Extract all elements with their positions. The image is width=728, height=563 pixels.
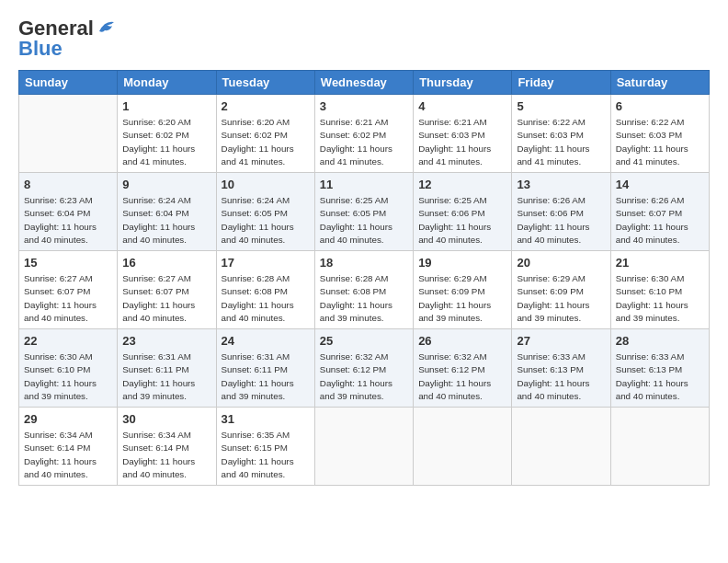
daylight-text: Daylight: 11 hours (320, 222, 392, 232)
col-thursday: Thursday (414, 71, 512, 95)
day-number: 14 (616, 177, 704, 193)
col-tuesday: Tuesday (216, 71, 314, 95)
day-number: 20 (517, 255, 605, 271)
daylight-text: Daylight: 11 hours (222, 378, 294, 388)
day-number: 24 (222, 333, 310, 350)
sunrise-text: Sunrise: 6:35 AM (222, 430, 290, 440)
calendar-cell (314, 408, 413, 486)
calendar-cell: 1Sunrise: 6:20 AMSunset: 6:02 PMDaylight… (118, 95, 216, 173)
daylight-minutes-text: and 39 minutes. (222, 391, 286, 401)
day-number: 22 (24, 333, 112, 350)
day-info: Sunrise: 6:32 AMSunset: 6:12 PMDaylight:… (320, 350, 408, 403)
calendar-cell: 22Sunrise: 6:30 AMSunset: 6:10 PMDayligh… (19, 329, 118, 408)
sunset-text: Sunset: 6:09 PM (418, 286, 484, 296)
day-number: 1 (122, 98, 210, 115)
sunrise-text: Sunrise: 6:30 AM (24, 351, 93, 362)
daylight-minutes-text: and 40 minutes. (517, 391, 581, 401)
day-number: 23 (122, 333, 210, 350)
sunrise-text: Sunrise: 6:23 AM (24, 195, 93, 205)
sunset-text: Sunset: 6:02 PM (222, 130, 288, 140)
sunset-text: Sunset: 6:02 PM (122, 130, 188, 140)
daylight-text: Daylight: 11 hours (517, 222, 589, 232)
sunrise-text: Sunrise: 6:22 AM (616, 117, 685, 127)
sunrise-text: Sunrise: 6:26 AM (517, 195, 586, 205)
calendar-cell: 10Sunrise: 6:24 AMSunset: 6:05 PMDayligh… (216, 173, 314, 251)
day-info: Sunrise: 6:21 AMSunset: 6:02 PMDaylight:… (320, 116, 408, 168)
calendar-cell: 20Sunrise: 6:29 AMSunset: 6:09 PMDayligh… (512, 251, 610, 329)
sunset-text: Sunset: 6:07 PM (122, 286, 188, 296)
daylight-text: Daylight: 11 hours (222, 144, 294, 154)
sunset-text: Sunset: 6:10 PM (616, 286, 682, 296)
calendar-cell: 12Sunrise: 6:25 AMSunset: 6:06 PMDayligh… (414, 173, 512, 251)
calendar-cell: 31Sunrise: 6:35 AMSunset: 6:15 PMDayligh… (216, 408, 314, 486)
daylight-minutes-text: and 40 minutes. (122, 469, 187, 479)
calendar-cell: 29Sunrise: 6:34 AMSunset: 6:14 PMDayligh… (19, 408, 118, 486)
day-number: 4 (418, 98, 506, 115)
day-info: Sunrise: 6:28 AMSunset: 6:08 PMDaylight:… (222, 272, 310, 325)
sunset-text: Sunset: 6:07 PM (616, 208, 682, 218)
day-info: Sunrise: 6:34 AMSunset: 6:14 PMDaylight:… (24, 429, 112, 481)
sunset-text: Sunset: 6:14 PM (122, 442, 188, 453)
daylight-minutes-text: and 40 minutes. (24, 313, 88, 323)
calendar-cell: 23Sunrise: 6:31 AMSunset: 6:11 PMDayligh… (118, 329, 216, 408)
day-number: 9 (122, 177, 210, 193)
calendar-cell: 4Sunrise: 6:21 AMSunset: 6:03 PMDaylight… (414, 95, 512, 173)
day-info: Sunrise: 6:35 AMSunset: 6:15 PMDaylight:… (222, 429, 310, 481)
day-number: 10 (222, 177, 310, 193)
week-row-5: 29Sunrise: 6:34 AMSunset: 6:14 PMDayligh… (19, 408, 710, 486)
day-info: Sunrise: 6:33 AMSunset: 6:13 PMDaylight:… (517, 350, 605, 403)
sunrise-text: Sunrise: 6:32 AM (320, 351, 389, 362)
daylight-minutes-text: and 40 minutes. (222, 235, 286, 245)
daylight-minutes-text: and 40 minutes. (122, 235, 187, 245)
calendar-table: Sunday Monday Tuesday Wednesday Thursday… (18, 70, 710, 486)
sunset-text: Sunset: 6:08 PM (320, 286, 386, 296)
sunset-text: Sunset: 6:13 PM (616, 364, 682, 374)
calendar-cell: 2Sunrise: 6:20 AMSunset: 6:02 PMDaylight… (216, 95, 314, 173)
daylight-minutes-text: and 41 minutes. (517, 156, 581, 167)
sunset-text: Sunset: 6:05 PM (320, 208, 386, 218)
day-number: 30 (122, 411, 210, 428)
sunset-text: Sunset: 6:02 PM (320, 130, 386, 140)
day-number: 6 (616, 98, 704, 115)
sunrise-text: Sunrise: 6:21 AM (418, 117, 487, 127)
daylight-text: Daylight: 11 hours (616, 378, 688, 388)
sunrise-text: Sunrise: 6:29 AM (418, 273, 487, 283)
day-number: 17 (222, 255, 310, 271)
day-number: 8 (24, 177, 112, 193)
sunset-text: Sunset: 6:11 PM (122, 364, 188, 374)
sunset-text: Sunset: 6:04 PM (122, 208, 188, 218)
sunset-text: Sunset: 6:03 PM (517, 130, 583, 140)
daylight-text: Daylight: 11 hours (418, 144, 491, 154)
daylight-minutes-text: and 41 minutes. (222, 156, 286, 167)
week-row-1: 1Sunrise: 6:20 AMSunset: 6:02 PMDaylight… (19, 95, 710, 173)
day-number: 21 (616, 255, 704, 271)
calendar-cell: 11Sunrise: 6:25 AMSunset: 6:05 PMDayligh… (314, 173, 413, 251)
daylight-text: Daylight: 11 hours (122, 456, 195, 466)
calendar-cell (414, 408, 512, 486)
sunrise-text: Sunrise: 6:33 AM (616, 351, 685, 362)
sunset-text: Sunset: 6:09 PM (517, 286, 583, 296)
calendar-cell: 6Sunrise: 6:22 AMSunset: 6:03 PMDaylight… (610, 95, 709, 173)
calendar-cell (19, 95, 118, 173)
day-info: Sunrise: 6:24 AMSunset: 6:04 PMDaylight:… (122, 194, 210, 247)
day-info: Sunrise: 6:31 AMSunset: 6:11 PMDaylight:… (122, 350, 210, 403)
calendar-cell (610, 408, 709, 486)
page: General Blue Sunday Monday Tuesday Wedne… (0, 0, 728, 563)
day-info: Sunrise: 6:21 AMSunset: 6:03 PMDaylight:… (418, 116, 506, 168)
daylight-text: Daylight: 11 hours (24, 222, 97, 232)
day-number: 29 (24, 411, 112, 428)
day-info: Sunrise: 6:23 AMSunset: 6:04 PMDaylight:… (24, 194, 112, 247)
day-info: Sunrise: 6:27 AMSunset: 6:07 PMDaylight:… (122, 272, 210, 325)
sunrise-text: Sunrise: 6:34 AM (122, 430, 191, 440)
daylight-text: Daylight: 11 hours (122, 222, 195, 232)
day-info: Sunrise: 6:20 AMSunset: 6:02 PMDaylight:… (122, 116, 210, 168)
sunset-text: Sunset: 6:10 PM (24, 364, 90, 374)
daylight-text: Daylight: 11 hours (320, 300, 392, 310)
logo-bird-icon (97, 18, 118, 35)
day-number: 12 (418, 177, 506, 193)
sunrise-text: Sunrise: 6:20 AM (222, 117, 290, 127)
daylight-text: Daylight: 11 hours (122, 144, 195, 154)
day-info: Sunrise: 6:32 AMSunset: 6:12 PMDaylight:… (418, 350, 506, 403)
daylight-text: Daylight: 11 hours (517, 378, 589, 388)
sunrise-text: Sunrise: 6:21 AM (320, 117, 389, 127)
